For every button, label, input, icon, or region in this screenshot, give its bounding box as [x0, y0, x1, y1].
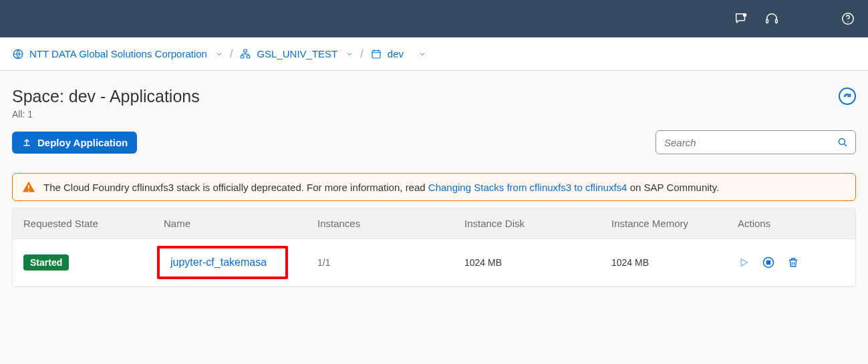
col-header-disk: Instance Disk — [464, 218, 611, 229]
table-row: Started jupyter-cf_takemasa 1/1 1024 MB … — [13, 239, 855, 287]
svg-rect-7 — [241, 55, 245, 58]
svg-rect-6 — [244, 49, 247, 52]
warning-link[interactable]: Changing Stacks from cflinuxfs3 to cflin… — [428, 182, 627, 193]
support-headset-icon[interactable] — [764, 11, 780, 27]
col-header-name: Name — [164, 218, 317, 229]
table-header: Requested State Name Instances Instance … — [13, 208, 855, 239]
breadcrumb-space-label: dev — [388, 48, 404, 59]
svg-point-10 — [839, 138, 845, 144]
svg-point-4 — [847, 21, 848, 22]
breadcrumb-org[interactable]: NTT DATA Global Solutions Corporation — [12, 48, 223, 60]
shell-header — [0, 0, 868, 37]
breadcrumb-space[interactable]: dev — [370, 48, 426, 60]
cell-actions — [738, 256, 845, 269]
cell-state: Started — [23, 254, 164, 270]
breadcrumb: NTT DATA Global Solutions Corporation / … — [0, 37, 868, 71]
calendar-icon — [370, 48, 382, 60]
stop-icon[interactable] — [762, 256, 775, 269]
warning-icon — [22, 180, 35, 194]
delete-icon[interactable] — [787, 256, 799, 268]
status-badge: Started — [23, 254, 69, 270]
breadcrumb-subaccount[interactable]: GSL_UNIV_TEST — [239, 48, 353, 60]
page-title: Space: dev - Applications — [12, 87, 200, 106]
app-name-link[interactable]: jupyter-cf_takemasa — [166, 254, 271, 270]
svg-rect-9 — [372, 50, 380, 57]
svg-rect-8 — [247, 55, 251, 58]
warning-text-before: The Cloud Foundry cflinuxfs3 stack is of… — [43, 182, 428, 193]
feedback-icon[interactable] — [733, 11, 749, 27]
cell-memory: 1024 MB — [611, 257, 738, 268]
count-label: All: 1 — [12, 109, 856, 120]
breadcrumb-subaccount-label: GSL_UNIV_TEST — [257, 48, 337, 59]
col-header-state: Requested State — [23, 218, 164, 229]
breadcrumb-separator: / — [230, 48, 233, 60]
col-header-memory: Instance Memory — [611, 218, 738, 229]
svg-point-0 — [743, 13, 747, 17]
start-icon[interactable] — [738, 256, 750, 268]
col-header-actions: Actions — [738, 218, 845, 229]
svg-rect-1 — [766, 19, 768, 23]
search-input-wrapper[interactable] — [656, 130, 856, 154]
cell-disk: 1024 MB — [464, 257, 611, 268]
cell-name: jupyter-cf_takemasa — [164, 254, 317, 271]
search-input[interactable] — [663, 136, 837, 149]
chevron-down-icon — [215, 50, 223, 58]
warning-text: The Cloud Foundry cflinuxfs3 stack is of… — [43, 182, 719, 193]
warning-text-after: on SAP Community. — [627, 182, 719, 193]
breadcrumb-separator: / — [360, 48, 363, 60]
col-header-instances: Instances — [317, 218, 464, 229]
cell-instances: 1/1 — [317, 257, 464, 268]
globe-icon — [12, 48, 24, 60]
svg-rect-12 — [767, 261, 770, 264]
status-indicator-button[interactable] — [839, 87, 856, 105]
help-icon[interactable] — [840, 11, 856, 27]
deprecation-warning: The Cloud Foundry cflinuxfs3 stack is of… — [12, 173, 856, 201]
chevron-down-icon — [418, 50, 426, 58]
search-icon[interactable] — [837, 136, 849, 148]
svg-rect-2 — [776, 19, 778, 23]
chevron-down-icon — [345, 50, 353, 58]
upload-icon — [21, 137, 32, 148]
deploy-button-label: Deploy Application — [37, 137, 128, 148]
deploy-application-button[interactable]: Deploy Application — [12, 132, 137, 154]
applications-table: Requested State Name Instances Instance … — [12, 208, 856, 287]
org-hierarchy-icon — [239, 48, 251, 60]
highlight-box: jupyter-cf_takemasa — [157, 246, 288, 279]
breadcrumb-org-label: NTT DATA Global Solutions Corporation — [29, 48, 207, 59]
